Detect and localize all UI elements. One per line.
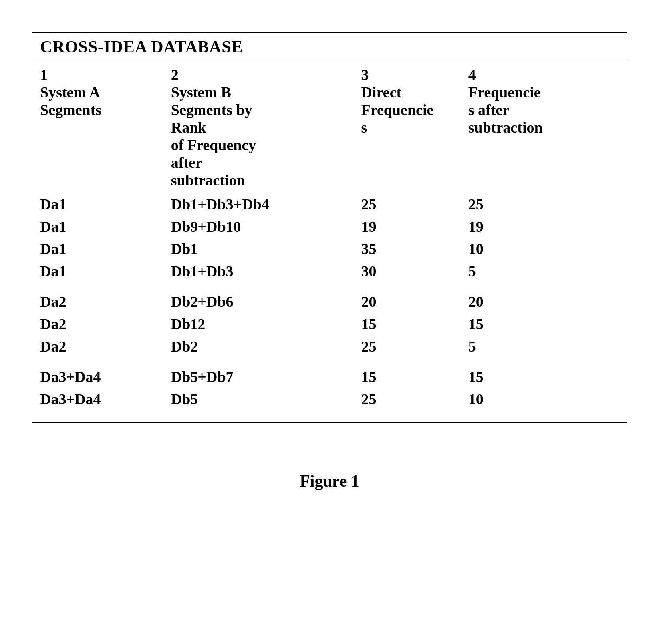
group-spacer [32, 282, 627, 290]
cell-col2: Db5+Db7 [163, 366, 353, 388]
table-wrapper: CROSS-IDEA DATABASE 1 System ASegments 2… [32, 32, 627, 423]
cell-col3: 25 [353, 388, 461, 410]
col4-label: Frequencies aftersubtraction [468, 83, 619, 136]
table-row: Da2 Db12 15 15 [32, 313, 627, 335]
cell-col3: 15 [353, 366, 461, 388]
cell-col4: 5 [461, 260, 627, 282]
cell-col2: Db1 [163, 238, 353, 260]
group-spacer [32, 410, 627, 422]
col1-num: 1 [40, 66, 155, 83]
cell-col3: 20 [353, 290, 461, 313]
cell-col4: 5 [461, 335, 627, 358]
cell-col2: Db5 [163, 388, 353, 410]
cell-col4: 25 [461, 193, 627, 215]
table-row: Da2 Db2 25 5 [32, 335, 627, 358]
cell-col1: Da1 [32, 215, 163, 238]
cell-col3: 19 [353, 215, 461, 238]
table-row: Da3+Da4 Db5 25 10 [32, 388, 627, 410]
cell-col1: Da1 [32, 238, 163, 260]
cell-col2: Db9+Db10 [163, 215, 353, 238]
table-title-row: CROSS-IDEA DATABASE [32, 33, 627, 60]
cell-col1: Da2 [32, 313, 163, 335]
col1-label: System ASegments [40, 83, 155, 119]
table-row: Da1 Db1 35 10 [32, 238, 627, 260]
cell-col4: 20 [461, 290, 627, 313]
cell-col3: 30 [353, 260, 461, 282]
cell-col4: 19 [461, 215, 627, 238]
col2-label: System BSegments byRankof Frequencyafter… [171, 83, 345, 189]
col4-num: 4 [468, 66, 619, 83]
cell-col3: 25 [353, 335, 461, 358]
table-row: Da1 Db9+Db10 19 19 [32, 215, 627, 238]
cell-col1: Da3+Da4 [32, 366, 163, 388]
cell-col1: Da3+Da4 [32, 388, 163, 410]
table-row: Da3+Da4 Db5+Db7 15 15 [32, 366, 627, 388]
cell-col1: Da2 [32, 290, 163, 313]
col-header-3: 3 DirectFrequencies [353, 60, 461, 193]
col-header-4: 4 Frequencies aftersubtraction [461, 60, 627, 193]
cell-col2: Db1+Db3 [163, 260, 353, 282]
table-row: Da2 Db2+Db6 20 20 [32, 290, 627, 313]
cell-col1: Da2 [32, 335, 163, 358]
cell-col4: 15 [461, 313, 627, 335]
cell-col3: 25 [353, 193, 461, 215]
cell-col2: Db12 [163, 313, 353, 335]
table-row: Da1 Db1+Db3 30 5 [32, 260, 627, 282]
col-header-1: 1 System ASegments [32, 60, 163, 193]
col2-num: 2 [171, 66, 345, 83]
col3-label: DirectFrequencies [361, 83, 453, 136]
cell-col4: 15 [461, 366, 627, 388]
table-title: CROSS-IDEA DATABASE [40, 38, 243, 56]
cell-col1: Da1 [32, 260, 163, 282]
cell-col2: Db2+Db6 [163, 290, 353, 313]
figure-caption: Figure 1 [300, 471, 359, 491]
main-table: 1 System ASegments 2 System BSegments by… [32, 60, 627, 422]
cell-col3: 35 [353, 238, 461, 260]
cell-col2: Db1+Db3+Db4 [163, 193, 353, 215]
cell-col4: 10 [461, 388, 627, 410]
col3-num: 3 [361, 66, 453, 83]
table-row: Da1 Db1+Db3+Db4 25 25 [32, 193, 627, 215]
cell-col4: 10 [461, 238, 627, 260]
col-header-2: 2 System BSegments byRankof Frequencyaft… [163, 60, 353, 193]
cell-col3: 15 [353, 313, 461, 335]
cell-col2: Db2 [163, 335, 353, 358]
group-spacer [32, 358, 627, 366]
cell-col1: Da1 [32, 193, 163, 215]
page-container: CROSS-IDEA DATABASE 1 System ASegments 2… [32, 24, 627, 491]
